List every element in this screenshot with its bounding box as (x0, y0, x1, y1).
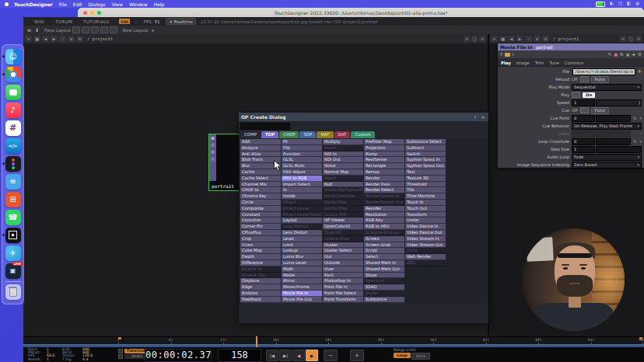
playhead[interactable] (256, 336, 257, 347)
dock-slack-icon[interactable]: # (5, 120, 21, 136)
pane-nav-icon[interactable]: ＋ (525, 36, 532, 42)
edit-icon[interactable]: ✎ (608, 52, 612, 57)
folder-icon[interactable] (505, 53, 510, 57)
op-item-ouster-select[interactable]: Ouster Select (323, 248, 363, 254)
op-item-substance[interactable]: Substance (364, 297, 404, 303)
op-item-ssao[interactable]: SSAO (364, 284, 404, 291)
param-tab-common[interactable]: Common (565, 61, 583, 65)
op-item-video-device-out[interactable]: Video Device Out (405, 230, 446, 236)
pane-split-icon[interactable]: ≡ (479, 36, 485, 42)
dock-music-icon[interactable]: ♪ (5, 103, 21, 118)
node-view-icon[interactable]: ● (211, 136, 215, 141)
network-icon[interactable]: ◉ (626, 52, 630, 57)
op-item-mirror[interactable]: Mirror (282, 278, 322, 284)
op-item-matte[interactable]: Matte (282, 273, 322, 279)
param-tab-image[interactable]: Image (516, 61, 530, 65)
dock-telegram-icon[interactable]: ✈ (5, 245, 21, 261)
op-item-ndi-in[interactable]: NDI In (323, 151, 363, 158)
op-item-cross[interactable]: Cross (240, 242, 281, 249)
op-name-label[interactable]: portrait (536, 45, 553, 50)
help-icon[interactable]: ? (472, 115, 478, 120)
node-portrait[interactable]: ● ✎ ⊕ ✎ portrait (208, 134, 243, 191)
frame-display[interactable]: 158 (218, 349, 261, 362)
timeline-info-value[interactable]: 1 (47, 358, 62, 361)
dock-whatsapp-icon[interactable]: ☎ (5, 210, 21, 225)
menu-item-window[interactable]: Window (129, 2, 148, 7)
dock-vscode-icon[interactable]: </> (5, 138, 21, 154)
pane-nav-icon[interactable]: ◀ (42, 36, 49, 42)
op-item-edge[interactable]: Edge (240, 284, 281, 291)
op-item-inside[interactable]: Inside (282, 193, 322, 200)
op-item-constant[interactable]: Constant (240, 212, 281, 218)
op-item-difference[interactable]: Difference (240, 260, 281, 266)
param-dropdown-cue-behavior[interactable]: On Release, Play Next Frame▾ (572, 123, 642, 130)
range-end-marker[interactable] (639, 337, 642, 339)
op-item-layout[interactable]: Layout (282, 218, 322, 224)
op-item-emboss[interactable]: Emboss (240, 291, 281, 297)
pane-split-icon[interactable]: ≡ (620, 36, 626, 42)
jump-end-button[interactable]: ▶| (279, 350, 292, 361)
op-item-hsv-adjust[interactable]: HSV Adjust (282, 169, 322, 176)
layout-preset[interactable] (72, 26, 80, 33)
param-slider[interactable] (596, 99, 642, 106)
op-item-remap[interactable]: Remap (364, 169, 404, 176)
param-dropdown-image-sequence-indexing[interactable]: Zero Based▾ (572, 162, 642, 169)
menu-item-dialogs[interactable]: Dialogs (88, 2, 105, 7)
loop-button[interactable]: Loop (394, 353, 411, 358)
apple-logo-icon[interactable] (5, 2, 9, 6)
op-family-tab-comp[interactable]: COMP (240, 131, 261, 138)
param-field-loop-crossfade[interactable] (596, 138, 631, 145)
op-item-shared-mem-out[interactable]: Shared Mem Out (364, 266, 404, 273)
op-item-resolution[interactable]: Resolution (364, 212, 404, 218)
menu-item-app[interactable]: TouchDesigner (14, 2, 53, 7)
op-item-hsv-to-rgb[interactable]: HSV to RGB (282, 176, 322, 182)
op-item-add[interactable]: Add (240, 139, 281, 145)
param-field-index[interactable] (572, 131, 595, 137)
param-field-step-size[interactable] (596, 146, 642, 153)
op-item-render-pass[interactable]: Render Pass (364, 182, 404, 188)
pane-nav-icon[interactable]: ▾ (491, 36, 498, 42)
once-button[interactable]: Once (411, 353, 430, 360)
op-family-tab-custom[interactable]: Custom (351, 131, 375, 138)
toolbar-link-tutorials[interactable]: TUTORIALS (83, 19, 110, 24)
op-item-pack[interactable]: Pack (323, 273, 363, 279)
new-layout-label[interactable]: New Layout (123, 28, 148, 33)
op-item-realsense[interactable]: RealSense (364, 157, 404, 163)
op-item-cube-map[interactable]: Cube Map (240, 248, 281, 254)
param-field-file[interactable]: /Users/rikimas/Desktop/a (572, 68, 635, 75)
op-item-screen-grab[interactable]: Screen Grab (364, 242, 404, 249)
right-pane-path[interactable]: / project1 (553, 37, 579, 41)
zoom-in-button[interactable]: + (350, 350, 364, 361)
menubar-extra-icon[interactable]: ◐ (610, 2, 614, 6)
zoom-out-button[interactable]: − (324, 350, 338, 361)
dock-preview-icon[interactable]: ≡ (5, 174, 21, 190)
pane-split-icon[interactable]: ≡ (464, 36, 470, 42)
range-start-marker[interactable] (118, 337, 121, 339)
node-edit-icon[interactable]: ✎ (211, 143, 215, 148)
op-item-shared-mem-in[interactable]: Shared Mem In (364, 260, 404, 266)
op-item-video-stream-out[interactable]: Video Stream Out (405, 242, 446, 249)
op-item-channel-mix[interactable]: Channel Mix (240, 182, 281, 188)
node-add-icon[interactable]: ⊕ (211, 150, 215, 155)
battery-icon[interactable] (596, 2, 605, 7)
op-item-reorder[interactable]: Reorder (364, 206, 404, 212)
op-item-convolve[interactable]: Convolve (240, 218, 281, 224)
op-item-outside[interactable]: Outside (323, 260, 363, 266)
add-icon[interactable]: + (632, 52, 635, 57)
timeline-info-value[interactable]: 4 4 (82, 358, 100, 361)
op-item-point-file-in[interactable]: Point File In (323, 284, 363, 291)
download-icon[interactable]: ⬇ (35, 27, 39, 33)
menubar-extra-icon[interactable]: ◧ (627, 2, 631, 6)
toolbar-link-wiki[interactable]: WIKI (34, 19, 45, 24)
op-item-slope[interactable]: Slope (364, 273, 404, 279)
play-reverse-button[interactable]: ◀ (292, 350, 305, 361)
toggle-on-button[interactable]: On (583, 92, 595, 98)
op-item-touch-out[interactable]: Touch Out (405, 206, 446, 212)
op-item-select[interactable]: Select (364, 254, 404, 260)
dock-trash-icon[interactable] (5, 284, 21, 300)
dock-figma-icon[interactable] (5, 156, 21, 172)
op-item-cache-select[interactable]: Cache Select (240, 176, 281, 182)
op-item-displace[interactable]: Displace (240, 278, 281, 284)
op-item-under[interactable]: Under (405, 218, 446, 224)
param-dropdown-audio-loop[interactable]: Fade▾ (572, 154, 642, 161)
